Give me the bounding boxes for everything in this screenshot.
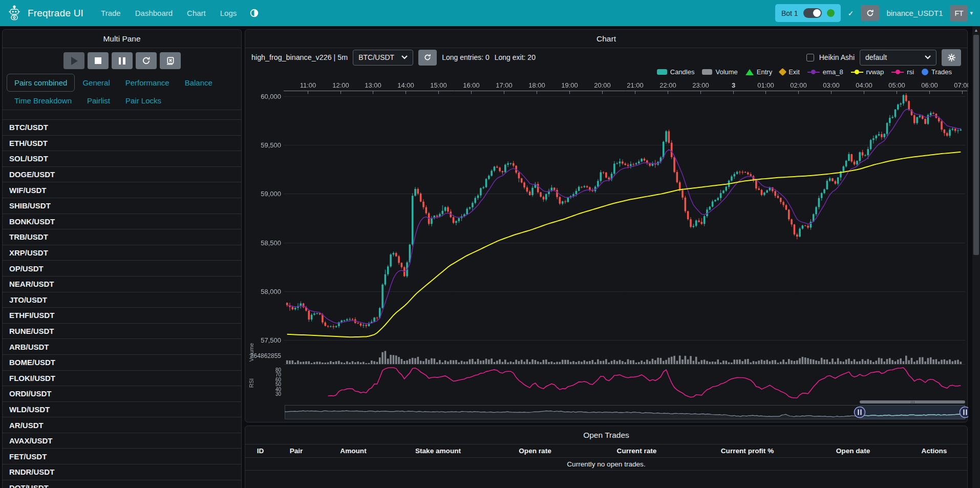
- nav-item-chart[interactable]: Chart: [187, 9, 206, 17]
- rsi-line-icon: [891, 69, 904, 75]
- long-entries-label: Long entries: 0: [442, 53, 489, 61]
- heikin-ashi-label: Heikin Ashi: [819, 53, 855, 61]
- pair-row-doge[interactable]: DOGE/USDT: [3, 167, 241, 183]
- app-title: Freqtrade UI: [28, 8, 83, 19]
- user-avatar[interactable]: FT: [950, 5, 968, 22]
- column-header-stake-amount: Stake amount: [390, 447, 486, 455]
- pair-row-ordi[interactable]: ORDI/USDT: [3, 386, 241, 402]
- tab-general[interactable]: General: [75, 74, 117, 92]
- page-scrollbar[interactable]: ▲: [972, 26, 980, 488]
- price-chart-canvas[interactable]: [245, 77, 968, 423]
- scrollbar-thumb[interactable]: [973, 35, 979, 255]
- candles-swatch-icon: [657, 69, 667, 75]
- reload-config-button[interactable]: [136, 52, 157, 69]
- legend-item-trades[interactable]: Trades: [922, 68, 952, 76]
- pair-row-eth[interactable]: ETH/USDT: [3, 136, 241, 152]
- nav-item-logs[interactable]: Logs: [220, 9, 237, 17]
- legend-item-ema_8[interactable]: ema_8: [807, 68, 843, 76]
- stop-icon: [95, 57, 101, 64]
- column-header-open-rate: Open rate: [486, 447, 584, 455]
- bot-name: Bot 1: [781, 9, 798, 17]
- tab-pairlist[interactable]: Pairlist: [79, 92, 118, 110]
- strategy-label: high_frog_binance_v226 | 5m: [251, 53, 348, 61]
- bot-toggle[interactable]: [803, 8, 822, 18]
- column-header-open-date: Open date: [805, 447, 901, 455]
- legend-item-rsi[interactable]: rsi: [891, 68, 914, 76]
- pair-row-near[interactable]: NEAR/USDT: [3, 277, 241, 292]
- stop-button[interactable]: [88, 52, 109, 69]
- legend-label: Candles: [670, 68, 695, 76]
- clear-log-button[interactable]: [160, 52, 181, 69]
- long-exit-label: Long exit: 20: [495, 53, 536, 61]
- plot-settings-button[interactable]: [942, 49, 961, 66]
- nav-item-dashboard[interactable]: Dashboard: [135, 9, 173, 17]
- pair-row-trb[interactable]: TRB/USDT: [3, 229, 241, 245]
- gear-icon: [948, 54, 955, 61]
- pair-select[interactable]: BTC/USDT: [353, 50, 413, 66]
- play-button[interactable]: [63, 52, 84, 69]
- open-trades-empty-message: Currently no open trades.: [245, 458, 967, 471]
- legend-label: Entry: [757, 68, 772, 76]
- scroll-up-arrow[interactable]: ▲: [972, 26, 980, 34]
- exit-marker-icon: [779, 68, 787, 76]
- pair-row-floki[interactable]: FLOKI/USDT: [3, 371, 241, 387]
- pair-row-bome[interactable]: BOME/USDT: [3, 355, 241, 371]
- rvwap-line-icon: [851, 69, 863, 75]
- pair-row-avax[interactable]: AVAX/USDT: [3, 433, 241, 449]
- tab-time-breakdown[interactable]: Time Breakdown: [7, 92, 79, 110]
- pair-row-btc[interactable]: BTC/USDT: [3, 120, 241, 136]
- chevron-down-icon: [925, 55, 931, 59]
- global-reload-button[interactable]: [861, 5, 879, 21]
- pair-row-sol[interactable]: SOL/USDT: [3, 151, 241, 167]
- bot-status-dot: [827, 9, 835, 17]
- pair-row-ethfi[interactable]: ETHFI/USDT: [3, 308, 241, 324]
- pause-button[interactable]: [112, 52, 133, 69]
- bot-controls: [3, 52, 241, 70]
- legend-label: Trades: [931, 68, 952, 76]
- legend-item-entry[interactable]: Entry: [745, 68, 772, 76]
- account-name: binance_USDT1: [886, 9, 943, 17]
- top-navbar: Freqtrade UI TradeDashboardChartLogs Bot…: [0, 0, 980, 26]
- plot-config-select[interactable]: default: [860, 50, 936, 66]
- pair-row-wif[interactable]: WIF/USDT: [3, 182, 241, 198]
- reload-icon: [866, 9, 874, 17]
- pair-row-rune[interactable]: RUNE/USDT: [3, 324, 241, 340]
- column-header-amount: Amount: [317, 447, 390, 455]
- pair-row-bonk[interactable]: BONK/USDT: [3, 214, 241, 230]
- nav-item-trade[interactable]: Trade: [101, 9, 121, 17]
- tab-performance[interactable]: Performance: [118, 74, 177, 92]
- pair-row-rndr[interactable]: RNDR/USDT: [3, 464, 241, 480]
- pair-row-op[interactable]: OP/USDT: [3, 261, 241, 277]
- pair-row-xrp[interactable]: XRP/USDT: [3, 245, 241, 261]
- : [896, 70, 900, 74]
- pair-row-dot[interactable]: DOT/USDT: [3, 480, 241, 488]
- tab-balance[interactable]: Balance: [177, 74, 220, 92]
- pair-row-ar[interactable]: AR/USDT: [3, 417, 241, 433]
- chart-title: Chart: [245, 30, 967, 48]
- play-icon: [71, 57, 78, 65]
- legend-item-exit[interactable]: Exit: [780, 68, 800, 76]
- column-header-current-rate: Current rate: [584, 447, 690, 455]
- open-trades-title: Open Trades: [245, 426, 967, 444]
- bot-online-check[interactable]: ✓: [848, 9, 854, 17]
- column-header-pair: Pair: [275, 447, 317, 455]
- tab-pairs-combined[interactable]: Pairs combined: [7, 74, 75, 92]
- theme-toggle-icon[interactable]: [250, 9, 259, 17]
- bot-selector[interactable]: Bot 1: [775, 4, 841, 22]
- chart-refresh-button[interactable]: [418, 50, 437, 66]
- pair-row-arb[interactable]: ARB/USDT: [3, 339, 241, 355]
- volume-swatch-icon: [702, 69, 712, 75]
- pair-row-shib[interactable]: SHIB/USDT: [3, 198, 241, 214]
- legend-item-rvwap[interactable]: rvwap: [851, 68, 884, 76]
- legend-item-candles[interactable]: Candles: [657, 68, 695, 76]
- heikin-ashi-checkbox[interactable]: [806, 54, 814, 61]
- reload-icon: [142, 56, 151, 65]
- column-header-current-profit-: Current profit %: [690, 447, 805, 455]
- robot-logo-icon: [7, 5, 23, 22]
- pair-row-fet[interactable]: FET/USDT: [3, 449, 241, 464]
- tab-pair-locks[interactable]: Pair Locks: [118, 92, 169, 110]
- legend-item-volume[interactable]: Volume: [702, 68, 737, 76]
- pair-row-wld[interactable]: WLD/USDT: [3, 402, 241, 418]
- pair-row-jto[interactable]: JTO/USDT: [3, 292, 241, 308]
- nav-menu: TradeDashboardChartLogs: [101, 9, 237, 17]
